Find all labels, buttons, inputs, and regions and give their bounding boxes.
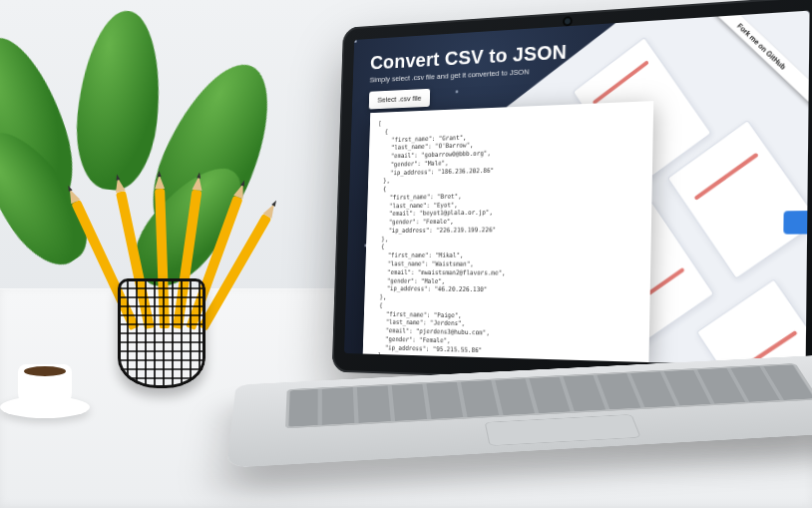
screen-bezel: Fork me on GitHub Convert CSV to JSON Si…	[332, 0, 812, 389]
app-screen: Fork me on GitHub Convert CSV to JSON Si…	[344, 11, 810, 367]
json-output-panel: [ { "first_name": "Grant", "last_name": …	[363, 101, 654, 366]
laptop: Fork me on GitHub Convert CSV to JSON Si…	[249, 10, 812, 499]
github-ribbon-label: Fork me on GitHub	[695, 11, 810, 112]
side-tab-icon	[783, 211, 807, 235]
select-file-button[interactable]: Select .csv file	[369, 89, 431, 110]
github-ribbon[interactable]: Fork me on GitHub	[683, 11, 810, 141]
scene-background: Fork me on GitHub Convert CSV to JSON Si…	[0, 0, 812, 508]
webcam-icon	[565, 18, 571, 24]
laptop-base	[226, 354, 812, 468]
json-output-text[interactable]: [ { "first_name": "Grant", "last_name": …	[368, 110, 643, 367]
